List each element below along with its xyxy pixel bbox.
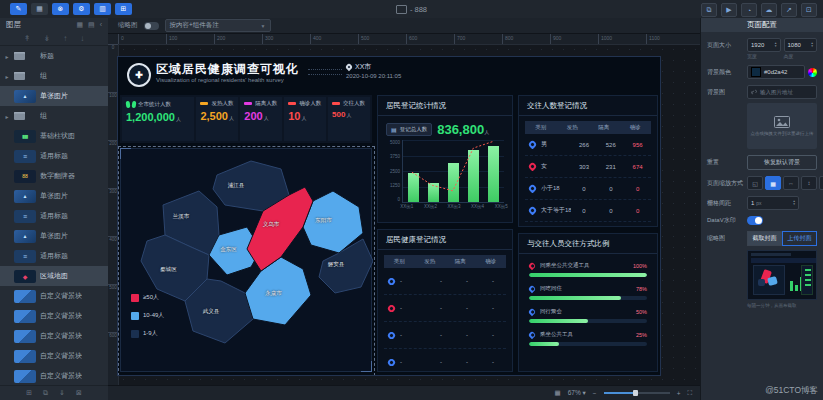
tab-page-config[interactable]: 页面配置 [701,18,823,32]
ruler-tick: 600 [406,34,454,44]
toolbar-button[interactable]: ⊞ [115,3,132,15]
scale-mode-icon: ↕ [808,180,811,186]
toolbar-right-icon: ◔ [747,7,751,14]
scale-mode-button[interactable]: ▦ [765,176,781,190]
page-size-label: 页面大小 [707,41,744,50]
stepper-arrows-icon[interactable]: ▴▾ [775,42,777,49]
color-picker-icon[interactable] [808,68,817,77]
thumbnail-toggle[interactable] [144,22,159,30]
watermark-toggle[interactable] [747,216,763,225]
zoom-percent[interactable]: 67% ▾ [568,389,586,397]
stepper-arrows-icon[interactable]: ▴▾ [793,200,795,207]
minimap-icon[interactable]: ▦ [555,389,561,397]
zoom-out-button[interactable]: − [593,390,597,397]
ruler-tick: 300 [108,188,118,236]
health-register-panel[interactable]: 居民健康登记情况 类别 发热 隔离 确诊 - - - - - - - - - -… [377,229,513,372]
table-cell: - [480,278,506,284]
caret-icon: ▸ [4,53,10,60]
layer-item[interactable]: ▸ 组 [0,66,108,86]
toolbar-right-icon: ☁ [766,6,773,14]
toolbar-right-button[interactable]: ▶ [721,3,737,17]
layer-label: 自定义背景块 [40,351,82,361]
toolbar-right-button[interactable]: ↗ [781,3,797,17]
toolbar-button[interactable]: ⚙ [73,3,90,15]
stat-value: 2,500人 [200,110,234,122]
ratio-row: 同行聚会 50% [529,308,647,323]
registration-panel[interactable]: 居民登记统计情况 ▤ 登记总人数 836,800人 50003750250012… [377,95,513,223]
toolbar-button[interactable]: ▥ [94,3,111,15]
fit-screen-icon[interactable]: ⛶ [687,389,692,397]
layer-item[interactable]: ▸ 单张图片 [0,86,108,106]
collapse-panel-icon[interactable]: ‹ [100,21,102,29]
toolbar-right-button[interactable]: ⧉ [701,3,717,17]
layer-item[interactable]: ▸ 单张图片 [0,226,108,246]
toolbar-button[interactable]: ⊗ [52,3,69,15]
small-icon[interactable]: ↓ [80,34,84,43]
height-stepper[interactable]: 1080▴▾ [784,38,818,52]
grid-view-icon[interactable]: ▦ [76,21,83,29]
dashboard-artboard[interactable]: ✚ 区域居民健康调查可视化 Visualization of regional … [118,57,660,375]
small-icon[interactable]: ↡ [44,34,51,43]
bg-image-url-input[interactable]: 输入图片地址 [747,85,817,99]
layer-item[interactable]: ▸ 基础柱状图 [0,126,108,146]
restore-default-bg-button[interactable]: 恢复默认背景 [747,155,817,170]
small-icon[interactable]: ⊞ [26,389,32,397]
layer-item[interactable]: ▸ 标题 [0,46,108,66]
small-icon[interactable]: ↑ [63,34,67,43]
layer-item[interactable]: ▸ 通用标题 [0,206,108,226]
layer-item[interactable]: ▸ 区域地图 [0,266,108,286]
layer-item[interactable]: ▸ 单张图片 [0,186,108,206]
scale-mode-button[interactable]: ◱ [747,176,763,190]
layer-item[interactable]: ▸ 自定义背景块 [0,326,108,346]
layer-item[interactable]: ▸ 通用标题 [0,146,108,166]
toolbar-right-button[interactable]: ☁ [761,3,777,17]
zoom-slider[interactable] [604,392,670,394]
table-row-name: - [384,278,428,285]
layer-item[interactable]: ▸ 自定义背景块 [0,286,108,306]
table-cell: 956 [624,142,651,148]
stat-card: 确诊人数 10人 [284,97,326,141]
contact-ways-panel[interactable]: 与交往人员交往方式比例 同乘坐公共交通工具 100% 同吃同住 78% 同行聚会… [518,233,658,372]
small-icon[interactable]: ↟ [24,34,31,43]
ratio-value: 50% [636,309,647,315]
table-row-name: 大于等于18 [525,206,571,215]
tab-upload-cover[interactable]: 上传封面 [782,231,817,246]
layer-item[interactable]: ▸ 通用标题 [0,246,108,266]
small-icon[interactable]: ⇓ [59,389,65,397]
tab-capture-cover[interactable]: 截取封面 [747,231,782,246]
width-stepper[interactable]: 1920▴▾ [747,38,781,52]
toolbar-right-button[interactable]: ◔ [741,3,757,17]
bg-image-dropzone[interactable]: 点击或拖拽文件到这里进行上传 [747,103,817,149]
layer-item[interactable]: ▸ 数字翻牌器 [0,166,108,186]
scale-mode-button[interactable]: ⊘ [819,176,823,190]
stepper-arrows-icon[interactable]: ▴▾ [811,42,813,49]
scale-mode-button[interactable]: ↕ [801,176,817,190]
region-map-panel[interactable]: 浦江县 兰溪市 义乌市 东阳市 金东区 婺城区 磐安县 武义县 永康市 ≥50人… [120,148,372,372]
contact-register-panel[interactable]: 交往人数登记情况 类别 发热 隔离 确诊 男 266 526 956 女 303… [518,95,658,227]
zoom-in-button[interactable]: + [677,390,681,397]
layer-label: 通用标题 [40,211,68,221]
table-cell: 0 [624,186,651,192]
zoom-slider-handle[interactable] [633,390,638,396]
layer-item[interactable]: ▸ 自定义背景块 [0,346,108,366]
small-icon[interactable]: ⧉ [43,389,48,397]
table-cell: - [480,332,506,338]
toolbar-button[interactable]: ▦ [31,3,48,15]
ruler-tick: 700 [454,34,502,44]
display-filter-dropdown[interactable]: 按内容+组件备注 ▼ [165,19,271,32]
grid-spacing-stepper[interactable]: 1 px ▴▾ [747,196,799,210]
layer-item[interactable]: ▸ 自定义背景块 [0,306,108,326]
scale-mode-button[interactable]: ↔ [783,176,799,190]
toolbar-right-button[interactable]: ⊡ [801,3,817,17]
ruler-tick: 500 [108,284,118,332]
layer-item[interactable]: ▸ 自定义背景块 [0,366,108,385]
small-icon[interactable]: ⊠ [76,389,82,397]
bg-color-input[interactable]: #0d2a42 [747,65,805,79]
ratio-fill [529,296,621,300]
list-view-icon[interactable]: ▤ [88,21,95,29]
pin-icon [528,206,538,215]
layer-item[interactable]: ▸ 组 [0,106,108,126]
canvas-status-bar: ▦ 67% ▾ − + ⛶ [108,385,700,400]
toolbar-button[interactable]: ✎ [10,3,27,15]
toolbar-right-group: ⧉ ▶ ◔ ☁ ↗ ⊡ [701,3,817,17]
